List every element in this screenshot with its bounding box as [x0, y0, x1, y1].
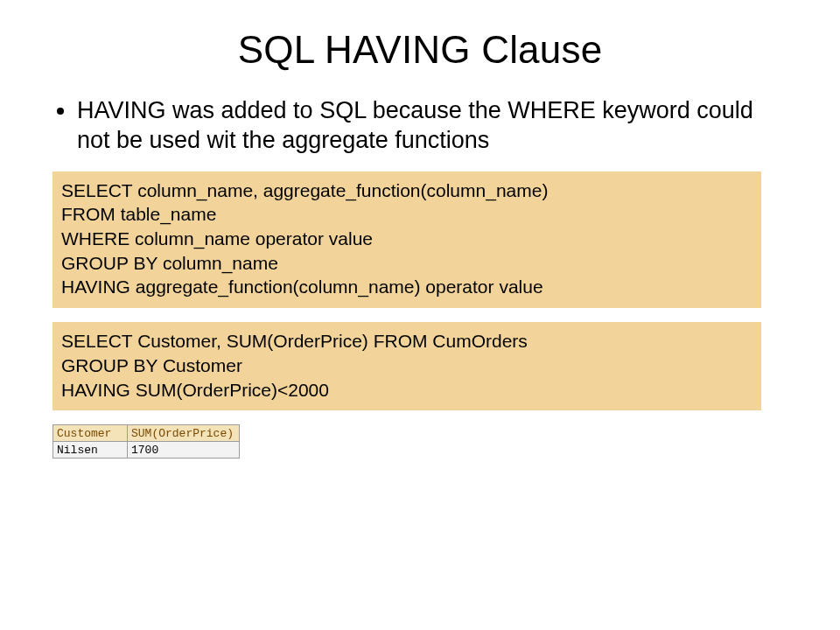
bullet-list: HAVING was added to SQL because the WHER… — [52, 96, 788, 156]
slide: SQL HAVING Clause HAVING was added to SQ… — [0, 0, 840, 630]
sql-example-box: SELECT Customer, SUM(OrderPrice) FROM Cu… — [52, 322, 761, 410]
table-row: Nilsen 1700 — [53, 442, 240, 458]
slide-title: SQL HAVING Clause — [52, 28, 788, 72]
header-sum: SUM(OrderPrice) — [128, 425, 240, 442]
cell-sum: 1700 — [128, 442, 240, 458]
table-header-row: Customer SUM(OrderPrice) — [53, 425, 240, 442]
result-table: Customer SUM(OrderPrice) Nilsen 1700 — [52, 424, 240, 458]
header-customer: Customer — [53, 425, 128, 442]
sql-syntax-box: SELECT column_name, aggregate_function(c… — [52, 172, 761, 309]
cell-customer: Nilsen — [53, 442, 128, 458]
bullet-item: HAVING was added to SQL because the WHER… — [77, 96, 788, 156]
